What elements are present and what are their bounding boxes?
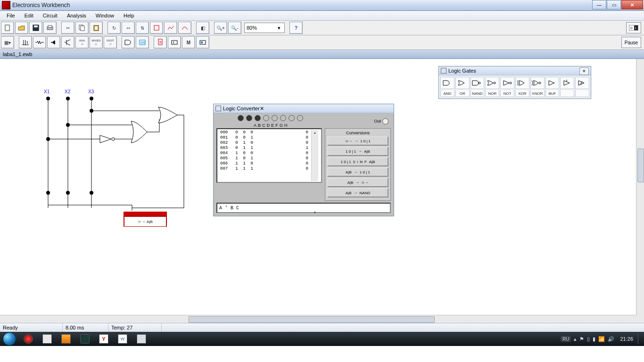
show-desktop-button[interactable]	[638, 334, 642, 344]
minimize-button[interactable]: —	[592, 0, 606, 9]
sources-bin[interactable]	[19, 36, 32, 49]
graph-button[interactable]	[164, 22, 177, 34]
logic-gates-palette[interactable]: Logic Gates ✕ AND OR NAND NOR NOT	[438, 66, 591, 99]
terminal-c[interactable]	[255, 115, 261, 121]
diodes-bin[interactable]	[47, 36, 60, 49]
conv-circuit-to-tt[interactable]: ⊃→→1 0 | 1	[327, 136, 388, 146]
maximize-button[interactable]: ▭	[607, 0, 621, 9]
controls-bin[interactable]: f	[168, 36, 181, 49]
menu-help[interactable]: Help	[119, 12, 139, 19]
conv-expr-to-circuit[interactable]: A|B→⊃→	[327, 178, 388, 187]
analog-ics-bin[interactable]: ANA◇	[75, 36, 89, 49]
transistors-bin[interactable]	[61, 36, 74, 49]
menu-analysis[interactable]: Analysis	[62, 12, 91, 19]
close-button[interactable]: ✕	[621, 0, 643, 9]
logic-converter-window[interactable]: Logic Converter ✕ A	[213, 104, 394, 216]
print-button[interactable]	[43, 22, 57, 34]
terminal-f[interactable]	[280, 115, 286, 121]
mixed-ics-bin[interactable]: MIXED◇	[90, 36, 103, 49]
truth-table[interactable]: 000 001 002 003 004 005 006 007 0 0 0 0 …	[216, 128, 322, 183]
new-button[interactable]	[1, 22, 14, 34]
terminal-d[interactable]	[263, 115, 269, 121]
tray-flag-icon[interactable]: ⚑	[579, 336, 584, 342]
pause-button[interactable]: Pause	[621, 37, 641, 48]
menu-edit[interactable]: Edit	[20, 12, 38, 19]
menu-window[interactable]: Window	[91, 12, 119, 19]
taskbar-app-5[interactable]: Y	[94, 333, 113, 345]
taskbar[interactable]: Y W RU ▴ ⚑ ▯ ▮ 📶 🔊 21:26	[0, 332, 644, 346]
cut-button[interactable]: ✂	[61, 22, 74, 34]
open-button[interactable]	[15, 22, 28, 34]
system-tray[interactable]: RU ▴ ⚑ ▯ ▮ 📶 🔊 21:26	[561, 332, 642, 346]
flipv-button[interactable]: ⇅	[136, 22, 149, 34]
digital-bin[interactable]: SR	[136, 36, 149, 49]
tray-volume-icon[interactable]: 🔊	[608, 336, 614, 342]
taskbar-app-7[interactable]	[132, 333, 151, 345]
gate-nor-2[interactable]	[485, 77, 499, 89]
gate-xnor-2[interactable]	[530, 77, 545, 89]
gate-and-2[interactable]	[440, 77, 454, 89]
help-button[interactable]: ?	[289, 22, 303, 34]
indicators-bin[interactable]: 8	[154, 36, 167, 49]
conv-tt-to-expr[interactable]: 1 0 | 1→A|B	[327, 147, 388, 156]
taskbar-app-4[interactable]	[75, 333, 94, 345]
gate-not[interactable]	[500, 77, 514, 89]
language-indicator[interactable]: RU	[561, 336, 571, 342]
fliph-button[interactable]: ⇿	[122, 22, 135, 34]
logic-converter-component[interactable]: ⊃ ↔ A|B	[124, 212, 167, 227]
terminal-e[interactable]	[272, 115, 278, 121]
zoom-select[interactable]: 80%▾	[244, 23, 285, 33]
gate-nand-2[interactable]	[471, 77, 485, 89]
basic-bin[interactable]	[33, 36, 46, 49]
schematic-canvas[interactable]: X1 X2 X3	[0, 59, 644, 323]
tray-battery-icon[interactable]: ▯	[587, 336, 590, 342]
favorites-bin[interactable]: ▦▾	[1, 36, 14, 49]
terminal-h[interactable]	[297, 115, 303, 121]
component-props-button[interactable]: ◧	[196, 22, 209, 34]
logic-gates-bin[interactable]	[122, 36, 135, 49]
taskbar-app-3[interactable]	[57, 333, 75, 345]
tray-network-icon[interactable]: ▮	[593, 336, 595, 342]
terminal-b[interactable]	[246, 115, 252, 121]
expression-field[interactable]: A ' B C	[216, 203, 391, 213]
conv-expr-to-tt[interactable]: A|B→1 0 | 1	[327, 167, 388, 177]
menu-file[interactable]: File	[2, 12, 20, 19]
menu-circuit[interactable]: Circuit	[38, 12, 62, 19]
tray-wifi-icon[interactable]: 📶	[598, 336, 605, 342]
vertical-scrollbar[interactable]	[636, 59, 644, 323]
graph2-button[interactable]	[178, 22, 191, 34]
rotate-button[interactable]: ↻	[107, 22, 121, 34]
taskbar-app-1[interactable]	[19, 333, 38, 345]
terminal-out[interactable]	[382, 118, 388, 124]
gate-schmitt[interactable]	[575, 77, 589, 89]
palette-titlebar[interactable]: Logic Gates ✕	[439, 66, 591, 75]
gate-xor-2[interactable]	[515, 77, 529, 89]
palette-close-button[interactable]: ✕	[579, 67, 589, 75]
conv-expr-to-nand[interactable]: A|B→NAND	[327, 188, 388, 197]
gate-tristate[interactable]	[560, 77, 574, 89]
taskbar-app-2[interactable]	[38, 333, 57, 345]
misc-bin[interactable]: M	[182, 36, 195, 49]
taskbar-app-6[interactable]: W	[113, 333, 132, 345]
paste-button[interactable]	[90, 22, 103, 34]
power-switch[interactable]: 0I	[626, 22, 641, 33]
gate-or-2[interactable]	[455, 77, 470, 89]
logic-converter-close-button[interactable]: ✕	[260, 106, 264, 112]
copy-button[interactable]	[75, 22, 89, 34]
logic-converter-titlebar[interactable]: Logic Converter ✕	[214, 104, 394, 113]
conv-tt-simp-expr[interactable]: 1 0 | 1S I M PA|B	[327, 157, 388, 166]
horizontal-scrollbar[interactable]	[0, 315, 636, 323]
taskbar-clock[interactable]: 21:26	[620, 336, 633, 342]
digital-ics-bin[interactable]: DIGIT◇	[104, 36, 117, 49]
start-button[interactable]	[0, 332, 19, 346]
terminal-g[interactable]	[289, 115, 295, 121]
tt-scrollbar[interactable]: ▴▾	[311, 130, 318, 181]
instruments-bin[interactable]	[196, 36, 209, 49]
zoomin-button[interactable]: 🔍+	[214, 22, 227, 34]
tray-chevron-icon[interactable]: ▴	[574, 336, 577, 342]
subcircuit-button[interactable]	[150, 22, 163, 34]
terminal-a[interactable]	[238, 115, 244, 121]
gate-buffer[interactable]	[545, 77, 560, 89]
save-button[interactable]	[29, 22, 42, 34]
zoomout-button[interactable]: 🔍-	[228, 22, 241, 34]
